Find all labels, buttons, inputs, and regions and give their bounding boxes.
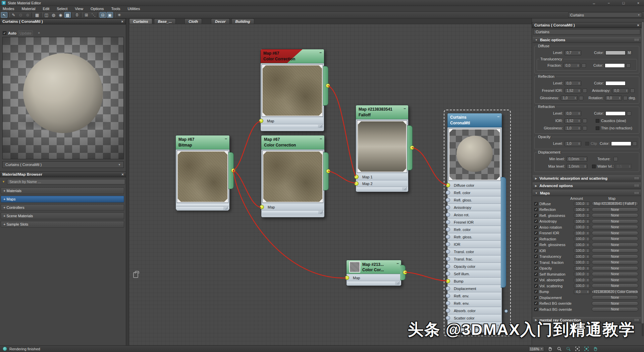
map-amount-spinner[interactable]: 100,0 xyxy=(574,272,590,276)
input-socket[interactable] xyxy=(446,213,450,217)
map-amount-spinner[interactable]: 100,0 xyxy=(574,213,590,218)
resize-icon[interactable]: ↔ xyxy=(591,1,597,5)
map-amount-spinner[interactable]: 100,0 xyxy=(574,284,590,288)
input-socket[interactable] xyxy=(446,198,450,202)
view-tab[interactable]: Decor xyxy=(211,18,229,24)
node-canvas[interactable]: Map #67 Color Correction − Map Map #67 B… xyxy=(129,24,532,345)
input-socket[interactable] xyxy=(446,294,450,298)
input-socket[interactable] xyxy=(446,183,450,187)
opacity-color-map-box[interactable] xyxy=(633,141,637,146)
toolbar-icon[interactable] xyxy=(114,12,115,17)
map-amount-spinner[interactable]: 100,0 xyxy=(574,208,590,212)
map-amount-spinner[interactable]: 100,0 xyxy=(574,225,590,229)
select-tool-icon[interactable]: ↖ xyxy=(1,12,7,18)
map-slot-button[interactable]: Map #2138383541 ( Falloff ) xyxy=(592,201,638,206)
menu-item[interactable]: Options xyxy=(91,7,104,11)
node-resize-grip[interactable] xyxy=(357,187,408,191)
map-slot-button[interactable]: None xyxy=(592,208,638,212)
node-bitmap[interactable]: Map #67 Bitmap − xyxy=(175,135,230,210)
zoom-extents-selected-icon[interactable] xyxy=(583,346,589,352)
toolbar-icon[interactable] xyxy=(71,12,73,17)
map-slot-button[interactable]: None xyxy=(592,260,638,265)
output-socket[interactable] xyxy=(326,83,330,88)
map-amount-spinner[interactable]: 100,0 xyxy=(574,231,590,235)
menu-item[interactable]: Select xyxy=(57,7,67,11)
fresnel-ior-spinner[interactable]: 1,52 xyxy=(565,88,581,93)
input-slot[interactable]: Map xyxy=(262,204,324,211)
collapse-icon[interactable]: − xyxy=(320,136,322,142)
node-color-correction-bump[interactable]: Map #213... Color Cor... − Map xyxy=(346,260,401,286)
navigator-icon[interactable] xyxy=(133,272,138,278)
map-enable-checkbox[interactable] xyxy=(534,296,538,299)
diffuse-level-spinner[interactable]: 0,7 xyxy=(565,50,581,55)
menu-item[interactable]: Tools xyxy=(111,7,120,11)
browser-list-item[interactable]: + Materials xyxy=(1,187,124,194)
node-thumbnail[interactable] xyxy=(262,65,323,116)
input-slot[interactable]: Map 2 xyxy=(357,180,408,187)
material-input-slot[interactable]: Aniso rot. xyxy=(448,211,501,219)
rotation-map-box[interactable] xyxy=(623,96,628,100)
map-slot-button[interactable]: None xyxy=(592,225,638,229)
show-background-icon[interactable]: ▩ xyxy=(64,12,71,18)
node-color-correction-top[interactable]: Map #67 Color Correction − Map xyxy=(260,49,324,131)
pick-material-from-object-icon[interactable]: ✎ xyxy=(10,12,17,18)
zoom-level-combo[interactable]: 116% ▼ xyxy=(529,346,544,351)
node-thumbnail[interactable] xyxy=(263,151,323,202)
fresnel-ior-map-box[interactable] xyxy=(583,89,587,93)
map-slot-button[interactable]: None xyxy=(592,272,638,276)
material-input-slot[interactable]: Fresnel IOR xyxy=(448,219,501,226)
node-thumbnail[interactable] xyxy=(177,151,228,202)
output-tab[interactable] xyxy=(501,177,506,288)
node-resize-grip[interactable] xyxy=(262,211,324,215)
input-socket[interactable] xyxy=(354,181,359,186)
water-level-checkbox[interactable] xyxy=(592,165,596,168)
material-input-slot[interactable]: Absorb. color xyxy=(448,307,501,314)
opacity-level-spinner[interactable]: 1,0 xyxy=(565,141,581,146)
material-id-channel-icon[interactable]: ⊟ xyxy=(100,12,106,18)
input-socket[interactable] xyxy=(259,119,263,123)
material-input-slot[interactable]: Anisotropy xyxy=(448,204,501,211)
material-input-slot[interactable]: Self illum. xyxy=(448,270,501,278)
material-name-field[interactable]: Curtains xyxy=(533,29,640,35)
pan-hand-icon[interactable] xyxy=(547,346,553,352)
input-socket[interactable] xyxy=(446,249,450,254)
opacity-color-swatch[interactable] xyxy=(611,141,631,146)
anisotropy-map-box[interactable] xyxy=(630,89,635,93)
map-enable-checkbox[interactable] xyxy=(534,284,538,288)
collapse-icon[interactable]: − xyxy=(319,50,322,56)
refraction-glossiness-map-box[interactable] xyxy=(583,126,587,130)
zoom-tool-icon[interactable] xyxy=(556,346,562,352)
refraction-level-spinner[interactable]: 0,0 xyxy=(565,111,581,116)
reflection-glossiness-map-box[interactable] xyxy=(579,96,583,100)
displacement-texture-box[interactable] xyxy=(613,157,618,161)
map-slot-button[interactable]: None xyxy=(592,284,638,288)
input-socket[interactable] xyxy=(345,276,349,280)
map-enable-checkbox[interactable] xyxy=(534,261,538,264)
utilities-sparkle-icon[interactable]: ✳ xyxy=(116,12,122,18)
diffuse-color-swatch[interactable] xyxy=(605,51,626,55)
output-socket[interactable] xyxy=(410,145,414,150)
show-shaded-material-icon[interactable]: ◉ xyxy=(57,12,64,18)
reflection-color-swatch[interactable] xyxy=(605,81,626,85)
anisotropy-spinner[interactable]: 0,0 xyxy=(612,88,629,93)
active-view-combo[interactable]: Curtains ▼ xyxy=(568,12,642,17)
map-enable-checkbox[interactable] xyxy=(534,273,538,276)
map-enable-checkbox[interactable] xyxy=(534,267,538,270)
map-slot-button[interactable]: None xyxy=(592,295,638,300)
collapse-icon[interactable]: − xyxy=(497,114,499,120)
map-slot-button[interactable]: None xyxy=(592,219,638,224)
scrollbar[interactable] xyxy=(642,21,644,336)
toolbar-icon[interactable] xyxy=(81,12,83,17)
output-socket[interactable] xyxy=(326,169,330,173)
map-slot-button[interactable]: None xyxy=(592,307,638,311)
pick-sample-icon[interactable]: ⊙ xyxy=(17,12,24,18)
map-enable-checkbox[interactable] xyxy=(534,290,538,293)
map-amount-spinner[interactable]: 100,0 xyxy=(574,260,590,265)
input-socket[interactable] xyxy=(260,205,264,209)
translucency-color-map-box[interactable] xyxy=(626,63,631,68)
material-preview-viewport[interactable] xyxy=(2,37,124,159)
map-slot-button[interactable]: None xyxy=(592,248,638,253)
map-amount-spinner[interactable]: 100,0 xyxy=(574,201,590,206)
menu-item[interactable]: Utilities xyxy=(127,7,140,11)
node-thumbnail[interactable] xyxy=(357,121,407,172)
